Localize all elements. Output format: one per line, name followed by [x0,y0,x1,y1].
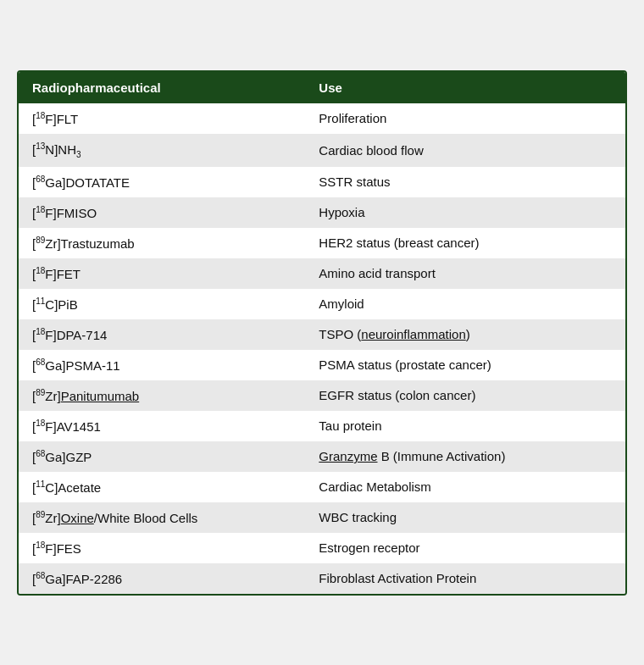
cell-radiopharmaceutical: [18F]FMISO [19,197,305,228]
cell-use: Proliferation [305,103,625,134]
header-use: Use [305,72,625,103]
cell-radiopharmaceutical: [89Zr]Panitumumab [19,380,305,411]
table-row: [89Zr]PanitumumabEGFR status (colon canc… [19,380,625,411]
cell-use: Fibroblast Activation Protein [305,563,625,594]
table-row: [13N]NH3Cardiac blood flow [19,134,625,167]
cell-use: Hypoxia [305,197,625,228]
cell-radiopharmaceutical: [18F]FET [19,258,305,289]
table-row: [18F]FESEstrogen receptor [19,533,625,563]
cell-use: EGFR status (colon cancer) [305,380,625,411]
cell-use: Estrogen receptor [305,533,625,563]
cell-radiopharmaceutical: [11C]Acetate [19,472,305,502]
cell-radiopharmaceutical: [89Zr]Trastuzumab [19,228,305,258]
cell-radiopharmaceutical: [18F]FES [19,533,305,563]
cell-use: Amyloid [305,289,625,319]
table-row: [89Zr]Oxine/White Blood CellsWBC trackin… [19,502,625,533]
cell-use: Cardiac Metabolism [305,472,625,502]
cell-radiopharmaceutical: [68Ga]PSMA-11 [19,350,305,380]
cell-use: PSMA status (prostate cancer) [305,350,625,380]
cell-radiopharmaceutical: [89Zr]Oxine/White Blood Cells [19,502,305,533]
cell-use: WBC tracking [305,502,625,533]
table-row: [18F]FMISOHypoxia [19,197,625,228]
cell-use: Cardiac blood flow [305,134,625,167]
cell-radiopharmaceutical: [18F]FLT [19,103,305,134]
table-row: [18F]AV1451Tau protein [19,411,625,441]
radiopharmaceutical-table: Radiopharmaceutical Use [18F]FLTProlifer… [17,70,627,596]
cell-radiopharmaceutical: [18F]DPA-714 [19,319,305,350]
table-row: [18F]DPA-714TSPO (neuroinflammation) [19,319,625,350]
cell-use: SSTR status [305,167,625,197]
cell-radiopharmaceutical: [68Ga]DOTATATE [19,167,305,197]
cell-radiopharmaceutical: [13N]NH3 [19,134,305,167]
cell-radiopharmaceutical: [68Ga]GZP [19,441,305,472]
table-row: [68Ga]GZPGranzyme B (Immune Activation) [19,441,625,472]
table-row: [89Zr]TrastuzumabHER2 status (breast can… [19,228,625,258]
table-header-row: Radiopharmaceutical Use [19,72,625,103]
table-row: [11C]PiBAmyloid [19,289,625,319]
cell-radiopharmaceutical: [68Ga]FAP-2286 [19,563,305,594]
cell-use: Granzyme B (Immune Activation) [305,441,625,472]
cell-radiopharmaceutical: [11C]PiB [19,289,305,319]
table-row: [18F]FETAmino acid transport [19,258,625,289]
table-row: [68Ga]FAP-2286Fibroblast Activation Prot… [19,563,625,594]
cell-use: Tau protein [305,411,625,441]
cell-use: HER2 status (breast cancer) [305,228,625,258]
cell-use: TSPO (neuroinflammation) [305,319,625,350]
table-row: [68Ga]PSMA-11PSMA status (prostate cance… [19,350,625,380]
header-radiopharmaceutical: Radiopharmaceutical [19,72,305,103]
cell-use: Amino acid transport [305,258,625,289]
table-row: [18F]FLTProliferation [19,103,625,134]
table-row: [11C]AcetateCardiac Metabolism [19,472,625,502]
table-row: [68Ga]DOTATATESSTR status [19,167,625,197]
cell-radiopharmaceutical: [18F]AV1451 [19,411,305,441]
